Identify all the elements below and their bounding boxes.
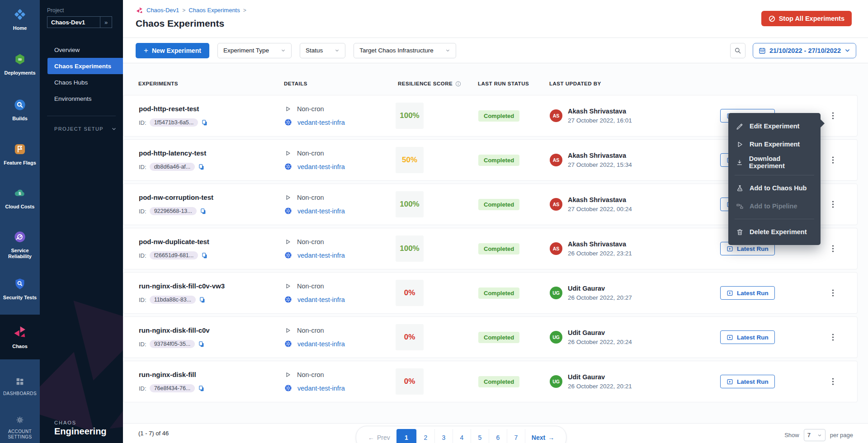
page-number-button[interactable]: 5 bbox=[471, 429, 489, 443]
page-number-button[interactable]: 1 bbox=[396, 429, 416, 443]
row-menu-kebab-icon[interactable] bbox=[830, 155, 835, 165]
resilience-score: 50% bbox=[396, 147, 424, 173]
filter-dropdown[interactable]: Experiment Type bbox=[217, 43, 292, 58]
feature-flags-icon bbox=[14, 143, 26, 157]
sidebar-item-builds[interactable]: Builds bbox=[0, 93, 40, 127]
score-cell: 0% bbox=[398, 368, 478, 395]
latest-run-button[interactable]: Latest Run bbox=[720, 375, 775, 388]
id-label: ID: bbox=[139, 119, 146, 126]
sidebar-item-account-settings[interactable]: ACCOUNT SETTINGS bbox=[0, 410, 40, 443]
project-expand-button[interactable]: » bbox=[100, 16, 112, 28]
copy-icon[interactable] bbox=[199, 297, 206, 303]
resilience-score: 100% bbox=[396, 236, 424, 262]
page-number-button[interactable]: 7 bbox=[507, 429, 525, 443]
copy-icon[interactable] bbox=[198, 341, 205, 348]
table-row[interactable]: run-nginx-disk-fill ID: 76e8f434-76... N… bbox=[123, 361, 858, 402]
context-menu-item[interactable]: Delete Experiment bbox=[728, 223, 821, 241]
experiment-name: pod-nw-corruption-test bbox=[139, 193, 284, 201]
new-experiment-button[interactable]: + New Experiment bbox=[136, 43, 209, 58]
kubernetes-icon bbox=[284, 207, 292, 215]
run-report-icon bbox=[726, 378, 733, 385]
context-menu-item[interactable]: Add to Chaos Hub bbox=[728, 179, 821, 197]
infra-link[interactable]: vedant-test-infra bbox=[297, 207, 345, 215]
copy-icon[interactable] bbox=[198, 385, 205, 392]
sidebar-item-feature-flags[interactable]: Feature Flags bbox=[0, 137, 40, 171]
row-context-menu: Edit Experiment Run Experiment bbox=[728, 113, 821, 245]
details-cell: Non-cron vedant-test-infra bbox=[284, 371, 398, 392]
next-page-button[interactable]: Next → bbox=[525, 429, 561, 443]
sidebar-item-chaos[interactable]: Chaos bbox=[0, 315, 40, 359]
copy-icon[interactable] bbox=[201, 119, 208, 126]
context-menu-item[interactable]: Download Experiment bbox=[728, 153, 821, 171]
infra-link[interactable]: vedant-test-infra bbox=[297, 119, 345, 126]
filter-dropdown[interactable]: Target Chaos Infrastructure bbox=[354, 43, 456, 58]
chevron-down-icon bbox=[281, 48, 286, 53]
context-menu-item[interactable]: Run Experiment bbox=[728, 135, 821, 153]
resilience-score: 100% bbox=[396, 191, 424, 217]
latest-run-button[interactable]: Latest Run bbox=[720, 286, 775, 300]
chevron-down-icon bbox=[817, 433, 822, 438]
status-badge: Completed bbox=[478, 243, 519, 254]
kubernetes-icon bbox=[284, 384, 292, 392]
row-menu-kebab-icon[interactable] bbox=[830, 199, 835, 210]
sidebar-item-security-tests[interactable]: Security Tests bbox=[0, 272, 40, 306]
subnav-item[interactable]: Chaos Hubs bbox=[40, 74, 123, 90]
breadcrumb-link-page[interactable]: Chaos Experiments bbox=[189, 7, 240, 14]
project-input[interactable] bbox=[47, 16, 100, 28]
page-size-select[interactable]: 7 bbox=[804, 429, 826, 441]
infra-link[interactable]: vedant-test-infra bbox=[297, 163, 345, 170]
plus-icon: + bbox=[144, 46, 148, 55]
context-menu-item[interactable]: Edit Experiment bbox=[728, 117, 821, 135]
page-number-button[interactable]: 2 bbox=[416, 429, 434, 443]
filter-dropdown[interactable]: Status bbox=[300, 43, 345, 58]
project-setup-toggle[interactable]: PROJECT SETUP bbox=[40, 126, 123, 132]
row-menu-kebab-icon[interactable] bbox=[830, 244, 835, 254]
sidebar-item-cloud-costs[interactable]: $ Cloud Costs bbox=[0, 181, 40, 215]
date-range-picker[interactable]: 21/10/2022 - 27/10/2022 bbox=[753, 43, 856, 58]
row-menu-kebab-icon[interactable] bbox=[830, 111, 835, 121]
status-cell: Completed bbox=[478, 110, 550, 122]
chaos-watermark-icon bbox=[40, 247, 123, 443]
kubernetes-icon bbox=[284, 251, 292, 259]
sidebar-item-service-reliability[interactable]: Service Reliability bbox=[0, 225, 40, 265]
subnav-item[interactable]: Environments bbox=[40, 90, 123, 107]
infra-link[interactable]: vedant-test-infra bbox=[297, 296, 345, 303]
copy-icon[interactable] bbox=[198, 164, 205, 170]
subnav-item[interactable]: Overview bbox=[40, 42, 123, 58]
search-button[interactable] bbox=[730, 43, 745, 58]
avatar: UG bbox=[550, 331, 562, 344]
copy-icon[interactable] bbox=[200, 208, 207, 215]
table-row[interactable]: run-nginx-disk-fill-c0v ID: 93784f05-35.… bbox=[123, 316, 858, 358]
info-icon[interactable] bbox=[455, 81, 461, 87]
infra-link[interactable]: vedant-test-infra bbox=[297, 385, 345, 392]
infra-link[interactable]: vedant-test-infra bbox=[297, 340, 345, 348]
sidebar-item-deployments[interactable]: ∞ Deployments bbox=[0, 47, 40, 81]
play-icon bbox=[736, 141, 744, 148]
row-menu-kebab-icon[interactable] bbox=[830, 332, 835, 343]
row-menu-kebab-icon[interactable] bbox=[830, 288, 835, 298]
page-number-button[interactable]: 4 bbox=[453, 429, 471, 443]
col-last-run-status: LAST RUN STATUS bbox=[478, 81, 549, 86]
latest-run-button[interactable]: Latest Run bbox=[720, 330, 775, 344]
context-menu-item[interactable]: Add to Pipeline bbox=[728, 197, 821, 215]
actions-cell: Latest Run bbox=[720, 317, 857, 358]
kubernetes-icon bbox=[284, 118, 292, 126]
table-row[interactable]: run-nginx-disk-fill-c0v-vw3 ID: 11bda88c… bbox=[123, 272, 858, 314]
breadcrumb-link-project[interactable]: Chaos-Dev1 bbox=[146, 7, 179, 14]
experiment-name: run-nginx-disk-fill bbox=[139, 371, 284, 378]
sidebar-item-dashboards[interactable]: DASHBOARDS bbox=[0, 371, 40, 402]
row-menu-kebab-icon[interactable] bbox=[830, 377, 835, 387]
copy-icon[interactable] bbox=[201, 252, 208, 259]
score-cell: 50% bbox=[398, 147, 478, 173]
infra-link[interactable]: vedant-test-infra bbox=[297, 252, 345, 259]
breadcrumb-separator: > bbox=[243, 7, 246, 14]
subnav-item[interactable]: Chaos Experiments bbox=[47, 58, 123, 74]
stop-all-experiments-button[interactable]: Stop All Experiments bbox=[761, 11, 852, 26]
details-cell: Non-cron vedant-test-infra bbox=[284, 194, 398, 215]
page-number-button[interactable]: 3 bbox=[434, 429, 453, 443]
prev-page-button[interactable]: ← Prev bbox=[362, 429, 396, 443]
experiment-name: run-nginx-disk-fill-c0v-vw3 bbox=[139, 282, 284, 290]
sidebar-item-home[interactable]: Home bbox=[0, 0, 40, 37]
right-arrow-icon: → bbox=[548, 434, 554, 441]
page-number-button[interactable]: 6 bbox=[489, 429, 507, 443]
